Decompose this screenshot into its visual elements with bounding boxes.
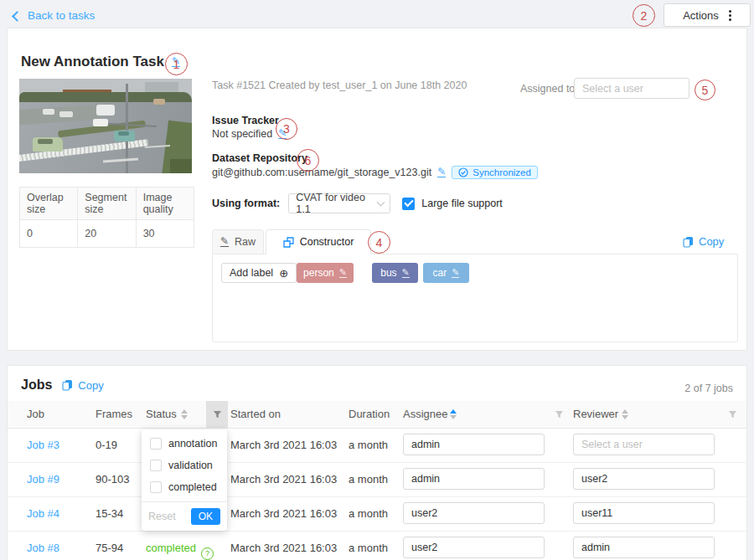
duration-value: a month <box>349 462 388 496</box>
filter-option-label: annotation <box>168 438 217 450</box>
assigned-to-label: Assigned to <box>520 83 575 95</box>
sync-status-label: Synchronized <box>473 167 531 177</box>
reviewer-sorter[interactable] <box>622 409 628 419</box>
assigned-to-input[interactable] <box>574 78 689 99</box>
task-details-card: New Annotation Task ✎ Overlap size Segme… <box>7 28 747 351</box>
large-file-checkbox[interactable] <box>402 198 415 210</box>
filter-funnel-icon <box>555 410 564 419</box>
large-file-label: Large file support <box>421 198 503 209</box>
table-row: Job #8 75-94 completed ? March 3rd 2021 … <box>8 531 746 560</box>
label-chip-person[interactable]: person ✎ <box>297 263 354 283</box>
job-link[interactable]: Job #8 <box>27 531 59 560</box>
build-icon <box>283 237 294 248</box>
status-sorter[interactable] <box>181 409 188 419</box>
copy-labels-link[interactable]: Copy <box>683 235 724 248</box>
filter-funnel-icon <box>728 410 737 419</box>
task-preview-image <box>19 79 192 173</box>
callout-4: 4 <box>368 231 390 254</box>
task-title-row: New Annotation Task ✎ <box>21 54 180 70</box>
assignee-filter-icon[interactable] <box>548 401 570 428</box>
tab-raw-label: Raw <box>235 236 256 248</box>
callout-5: 5 <box>695 80 715 100</box>
copy-jobs-link[interactable]: Copy <box>62 379 103 392</box>
frames-value: 15-34 <box>96 496 123 531</box>
param-value-quality: 30 <box>136 220 194 248</box>
task-params-table: Overlap size Segment size Image quality … <box>19 187 194 248</box>
status-filter-icon[interactable] <box>206 401 228 428</box>
reviewer-input[interactable] <box>573 434 715 455</box>
add-label-button[interactable]: Add label ⊕ <box>221 263 297 283</box>
actions-button-label: Actions <box>683 9 719 22</box>
col-duration: Duration <box>349 401 390 428</box>
assignee-input[interactable] <box>403 537 545 558</box>
preview-art <box>93 119 108 126</box>
label-chip-bus[interactable]: bus ✎ <box>372 263 418 283</box>
param-value-overlap: 0 <box>20 220 78 248</box>
label-chip-car[interactable]: car ✎ <box>423 263 469 283</box>
tab-constructor-label: Constructor <box>300 236 354 248</box>
filter-reset-button[interactable]: Reset <box>148 511 176 522</box>
edit-dataset-repo-icon[interactable]: ✎ <box>437 167 446 177</box>
checkbox[interactable] <box>150 460 162 471</box>
reviewer-input[interactable] <box>573 468 715 490</box>
duration-value: a month <box>349 496 388 531</box>
started-value: March 3rd 2021 16:03 <box>230 496 337 531</box>
check-circle-icon <box>458 167 468 177</box>
copy-icon <box>62 379 73 391</box>
job-link[interactable]: Job #9 <box>27 462 59 496</box>
col-started: Started on <box>230 401 281 428</box>
copy-icon <box>683 236 694 248</box>
checkbox[interactable] <box>150 438 162 450</box>
frames-value: 0-19 <box>96 428 117 462</box>
tab-raw[interactable]: ✎ Raw <box>212 229 264 254</box>
filter-option-completed[interactable]: completed <box>142 476 227 498</box>
preview-art <box>96 105 115 116</box>
preview-art <box>59 111 73 117</box>
tab-constructor[interactable]: Constructor <box>266 229 371 254</box>
reviewer-filter-icon[interactable] <box>721 401 743 428</box>
started-value: March 3rd 2021 16:03 <box>230 531 337 560</box>
assignee-input[interactable] <box>403 468 545 490</box>
edit-label-icon[interactable]: ✎ <box>339 268 347 278</box>
edit-label-icon[interactable]: ✎ <box>402 268 410 278</box>
format-select-value: CVAT for video 1.1 <box>296 192 377 215</box>
jobs-count: 2 of 7 jobs <box>684 383 733 394</box>
plus-circle-icon: ⊕ <box>279 268 288 279</box>
filter-funnel-icon <box>213 410 222 419</box>
actions-button[interactable]: Actions <box>664 3 751 27</box>
assignee-sorter[interactable] <box>450 409 457 419</box>
param-header-overlap: Overlap size <box>20 188 78 220</box>
question-circle-icon: ? <box>201 547 214 560</box>
status-value: completed ? <box>146 531 214 560</box>
assignee-input[interactable] <box>403 434 545 455</box>
edit-label-icon[interactable]: ✎ <box>452 268 459 278</box>
table-row: Job #3 0-19 March 3rd 2021 16:03 a month <box>8 428 746 463</box>
format-select[interactable]: CVAT for video 1.1 <box>288 193 390 213</box>
filter-footer: Reset OK <box>142 501 227 531</box>
pencil-icon: ✎ <box>220 237 229 247</box>
preview-art <box>153 99 165 105</box>
check-icon <box>404 198 413 207</box>
preview-art <box>43 109 54 115</box>
filter-option-annotation[interactable]: annotation <box>142 433 227 455</box>
filter-option-validation[interactable]: validation <box>142 455 227 476</box>
status-text: completed <box>146 531 196 560</box>
status-filter-dropdown: annotation validation completed Reset OK <box>142 429 227 531</box>
job-link[interactable]: Job #3 <box>27 428 59 462</box>
col-reviewer: Reviewer <box>573 401 618 428</box>
assignee-input[interactable] <box>403 502 545 524</box>
col-status: Status <box>146 401 177 428</box>
callout-6: 6 <box>297 149 319 172</box>
page-title: New Annotation Task <box>21 54 164 70</box>
checkbox[interactable] <box>150 481 162 493</box>
filter-ok-button[interactable]: OK <box>191 508 220 525</box>
back-to-tasks-link[interactable]: Back to tasks <box>13 9 95 22</box>
copy-jobs-label: Copy <box>78 379 103 392</box>
duration-value: a month <box>349 428 388 462</box>
reviewer-input[interactable] <box>573 502 715 524</box>
reviewer-input[interactable] <box>573 537 715 558</box>
back-to-tasks-label: Back to tasks <box>28 9 95 22</box>
duration-value: a month <box>349 531 388 560</box>
frames-value: 90-103 <box>96 462 129 496</box>
job-link[interactable]: Job #4 <box>27 496 59 531</box>
